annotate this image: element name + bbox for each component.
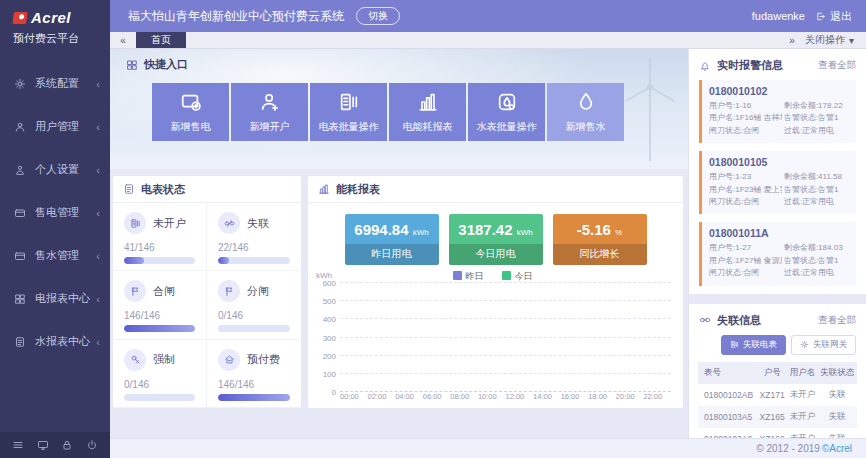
tabs-scroll-right-icon[interactable]: »	[779, 32, 805, 48]
logout-button[interactable]: 退出	[815, 9, 852, 24]
offline-gateways-button[interactable]: 失联网关	[791, 335, 856, 355]
legend-swatch	[502, 271, 511, 280]
tabs-scroll-left-icon[interactable]: «	[110, 32, 136, 48]
alarm-field: 闸刀状态:合闸	[709, 196, 782, 208]
alarm-card-0180010105[interactable]: 0180010105用户号:1-23剩余金额:411.58用户名:1F23铺 爱…	[699, 151, 856, 214]
logout-icon	[815, 11, 826, 22]
meter-status-count: 0/146	[218, 310, 290, 321]
sidebar-footer	[0, 432, 110, 458]
chevron-left-icon: ‹	[96, 293, 100, 305]
lock-icon[interactable]	[61, 439, 73, 451]
x-tick-label: 22:00	[643, 392, 662, 404]
bell-icon	[699, 60, 711, 72]
y-axis: 0100200300400500600	[314, 283, 340, 392]
sidebar-item-water-sale[interactable]: 售水管理‹	[0, 234, 110, 277]
y-tick-label: 500	[323, 297, 336, 306]
table-cell: 01800102AB	[698, 384, 757, 406]
banner: 快捷入口 新增售电新增开户电表批量操作电能耗报表水表批量操作新增售水	[110, 49, 688, 169]
monitor-icon[interactable]	[37, 439, 49, 451]
offline-meters-button[interactable]: 失联电表	[721, 335, 786, 355]
meter-status-label: 强制	[153, 352, 175, 367]
x-tick-label	[414, 392, 423, 404]
stat-card-yoy-growth: -5.16 %同比增长	[553, 214, 647, 265]
sidebar-item-electricity-sale[interactable]: 售电管理‹	[0, 191, 110, 234]
panels-row: 电表状态 未开户41/146失联22/146合闸146/146分闸0/146强制…	[110, 169, 688, 438]
key-icon	[130, 354, 141, 365]
column-header: 户号	[757, 362, 787, 384]
close-operations-dropdown[interactable]: 关闭操作 ▾	[805, 32, 866, 48]
x-tick-label	[552, 392, 561, 404]
x-tick-label	[469, 392, 478, 404]
stat-unit: kWh	[517, 228, 533, 237]
table-cell: 未开户	[787, 428, 818, 438]
sidebar-item-system-config[interactable]: 系统配置‹	[0, 62, 110, 105]
energy-stats-row: 6994.84 kWh昨日用电3187.42 kWh今日用电-5.16 %同比增…	[314, 214, 677, 265]
meter-status-label: 失联	[247, 216, 269, 231]
sidebar-item-label: 用户管理	[35, 119, 96, 134]
acrel-logo-icon	[12, 12, 28, 24]
sidebar-item-user-management[interactable]: 用户管理‹	[0, 105, 110, 148]
quick-button-label: 新增售水	[566, 120, 606, 134]
quick-button-add-water-sale[interactable]: 新增售水	[547, 83, 624, 141]
x-tick-label: 08:00	[450, 392, 469, 404]
table-row[interactable]: 01800102ABXZ171未开户失联	[698, 384, 857, 406]
stat-card-today-usage: 3187.42 kWh今日用电	[449, 214, 543, 265]
table-cell: 失联	[818, 384, 857, 406]
offline-view-all-link[interactable]: 查看全部	[818, 314, 856, 327]
gridline	[340, 355, 671, 356]
alarm-field: 用户名:1F16铺 吉祥培训	[709, 112, 782, 124]
alarm-field: 用户号:1-16	[709, 100, 782, 112]
section-divider	[689, 294, 866, 304]
x-axis: 00:0002:0004:0006:0008:0010:0012:0014:00…	[340, 392, 671, 404]
chart-plot-wrap: kWh0100200300400500600	[314, 283, 671, 392]
menu-icon[interactable]	[12, 439, 24, 451]
meter-icon	[338, 91, 360, 113]
switch-project-button[interactable]: 切换	[356, 7, 400, 25]
quick-entry-icon	[126, 59, 138, 71]
alarm-field: 用户名:1F27铺 食源屋	[709, 255, 782, 267]
alarm-card-0180010102[interactable]: 0180010102用户号:1-16剩余金额:178.22用户名:1F16铺 吉…	[699, 80, 856, 143]
x-tick-label	[662, 392, 671, 404]
progress-bar	[218, 325, 290, 332]
power-icon[interactable]	[86, 439, 98, 451]
alarm-details: 用户号:1-16剩余金额:178.22用户名:1F16铺 吉祥培训告警状态:告警…	[709, 100, 849, 137]
x-tick-label	[442, 392, 451, 404]
quick-button-energy-report[interactable]: 电能耗报表	[389, 83, 466, 141]
quick-button-water-meter-batch-ops[interactable]: 水表批量操作	[468, 83, 545, 141]
sidebar-item-personal-settings[interactable]: 个人设置‹	[0, 148, 110, 191]
tab-home[interactable]: 首页	[136, 32, 186, 48]
table-cell: XZ171	[757, 384, 787, 406]
system-title: 福大怡山青年创新创业中心预付费云系统	[128, 8, 344, 25]
gridline	[340, 282, 671, 283]
acrel-brand-link[interactable]: ©Acrel	[822, 443, 852, 454]
quick-button-meter-batch-ops[interactable]: 电表批量操作	[310, 83, 387, 141]
sidebar-item-label: 售水管理	[35, 248, 96, 263]
legend-item[interactable]: 今日	[502, 270, 533, 283]
table-cell: 01800103A6	[698, 428, 757, 438]
quick-button-label: 新增开户	[250, 120, 290, 134]
chevron-left-icon: ‹	[96, 336, 100, 348]
table-row[interactable]: 01800103A5XZ165未开户失联	[698, 406, 857, 428]
card-plus-icon	[180, 91, 202, 113]
username: fudawenke	[752, 10, 805, 22]
alarm-field: 告警状态:告警1	[784, 112, 849, 124]
stat-label: 同比增长	[553, 244, 647, 265]
sidebar-item-electricity-report[interactable]: 电报表中心‹	[0, 277, 110, 320]
chevron-left-icon: ‹	[96, 250, 100, 262]
x-tick-label	[524, 392, 533, 404]
offline-table-header-row: 表号户号用户名失联状态	[698, 362, 857, 384]
quick-button-add-account[interactable]: 新增开户	[231, 83, 308, 141]
progress-bar	[218, 257, 290, 264]
quick-button-add-electricity-sale[interactable]: 新增售电	[152, 83, 229, 141]
table-row[interactable]: 01800103A6XZ166未开户失联	[698, 428, 857, 438]
link-icon	[699, 314, 711, 326]
stat-value: 6994.84 kWh	[345, 214, 439, 244]
sidebar-item-water-report[interactable]: 水报表中心‹	[0, 320, 110, 363]
quick-entry-title: 快捷入口	[126, 57, 688, 72]
legend-item[interactable]: 昨日	[453, 270, 484, 283]
stat-value: -5.16 %	[553, 214, 647, 244]
alarms-view-all-link[interactable]: 查看全部	[818, 59, 856, 72]
alarm-card-018001011A[interactable]: 018001011A用户号:1-27剩余金额:184.03用户名:1F27铺 食…	[699, 222, 856, 285]
meter-status-not-opened: 未开户41/146	[113, 203, 207, 271]
drop-icon	[575, 91, 597, 113]
